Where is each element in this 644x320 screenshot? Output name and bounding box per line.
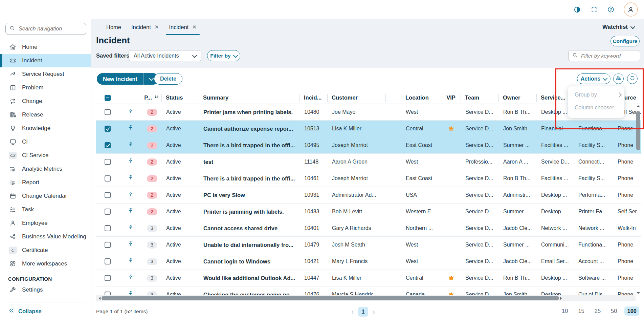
column-header-vip[interactable]: VIP [441,94,461,102]
cell-summary[interactable]: Unable to dial internationally fro... [199,242,300,248]
close-icon[interactable]: ✕ [155,24,159,30]
cell-summary[interactable]: Would like additional Outlook Ad... [199,275,300,281]
pin-icon[interactable] [127,158,134,166]
collapse-button[interactable]: Collapse [0,302,91,320]
pin-icon[interactable] [127,174,134,183]
scroll-left-arrow[interactable] [97,297,101,300]
cell-summary[interactable]: test [199,159,300,165]
column-header-location[interactable]: Location [401,94,441,102]
pin-icon[interactable] [127,208,134,216]
avatar[interactable] [624,2,638,17]
row-checkbox[interactable] [105,175,111,182]
pin-icon[interactable] [127,125,134,133]
cell-summary[interactable]: Printer is jamming with labels. [199,209,300,215]
table-row-incident-10480[interactable]: 2ActivePrinter jams when printing labels… [96,104,641,121]
keyword-filter-input[interactable] [580,52,637,59]
sidebar-item-task[interactable]: Task [0,203,91,216]
pin-icon[interactable] [127,224,134,232]
sort-icon[interactable] [154,94,159,101]
sidebar-item-change[interactable]: Change [0,94,91,108]
sidebar-item-employee[interactable]: Employee [0,216,91,230]
page-size-50[interactable]: 50 [608,306,620,316]
column-header-team[interactable]: Team [461,94,499,102]
help-icon[interactable] [607,5,615,14]
close-icon[interactable]: ✕ [192,24,197,30]
sidebar-item-incident[interactable]: Incident [0,54,91,67]
menu-item-column-chooser[interactable]: Column chooser [568,101,624,114]
tab-home-0[interactable]: Home [101,19,126,35]
pin-icon[interactable] [127,274,134,282]
sidebar-item-analytic-metrics[interactable]: Analytic Metrics [0,162,91,176]
column-header-incid[interactable]: Incid... [300,94,328,102]
vertical-scrollbar[interactable] [636,104,641,295]
row-checkbox[interactable] [105,209,111,215]
horizontal-scrollbar[interactable] [96,295,636,301]
row-checkbox[interactable] [105,126,111,132]
previous-page-button[interactable]: ‹ [351,307,354,317]
cell-summary[interactable]: Cannot authorize expense repor... [199,126,300,132]
cell-summary[interactable]: Cannot access shared drive [199,225,300,232]
watchlist-dropdown[interactable]: Watchlist [602,24,635,30]
column-header-owner[interactable]: Owner [499,94,537,102]
pin-icon[interactable] [127,191,134,199]
keyword-filter[interactable] [568,50,640,61]
sidebar-item-business-value-modeling[interactable]: Business Value Modeling [0,230,91,243]
sidebar-item-knowledge[interactable]: Knowledge [0,122,91,135]
page-size-100[interactable]: 100 [624,306,639,316]
row-checkbox[interactable] [105,159,111,165]
sidebar-item-home[interactable]: Home [0,40,91,54]
table-row-incident-10931[interactable]: 2ActivePC is very Slow10931Administrator… [96,187,641,204]
row-checkbox[interactable] [105,275,111,281]
sidebar-item-problem[interactable]: Problem [0,81,91,94]
scroll-down-arrow[interactable] [637,292,640,294]
sidebar-item-service-request[interactable]: Service Request [0,67,91,81]
sidebar-item-settings[interactable]: Settings [0,283,91,297]
column-header-status[interactable]: Status [162,94,199,102]
reset-button[interactable] [627,73,638,84]
cell-summary[interactable]: Cannot login to Windows [199,258,300,265]
tab-incident-1[interactable]: Incident✕ [126,19,164,35]
table-row-incident-10421[interactable]: 3ActiveCannot login to Windows10421Mary … [96,253,641,270]
table-row-incident-10461[interactable]: 2ActiveThere is a bird trapped in the of… [96,170,641,187]
contrast-icon[interactable] [573,5,581,14]
sidebar-item-ci-service[interactable]: CSCI Service [0,149,91,162]
table-row-incident-11148[interactable]: 2Activetest11148Aaron A GreenWestProfess… [96,154,641,170]
row-checkbox[interactable] [105,225,111,231]
page-size-25[interactable]: 25 [592,306,603,316]
vertical-scroll-thumb[interactable] [636,111,640,150]
sidebar-item-ci[interactable]: CI [0,135,91,149]
select-all-checkbox[interactable] [105,95,111,101]
current-page-button[interactable]: 1 [358,307,368,317]
column-settings-button[interactable] [613,73,624,84]
table-row-incident-10495[interactable]: 2ActiveThere is a bird trapped in the of… [96,137,641,154]
horizontal-scroll-thumb[interactable] [102,296,559,300]
actions-button[interactable]: Actions [577,73,610,84]
cell-summary[interactable]: There is a bird trapped in the offi... [199,142,300,149]
pin-icon[interactable] [127,108,134,116]
sidebar-search-input[interactable] [18,25,83,32]
table-row-incident-10483[interactable]: 2ActivePrinter is jamming with labels.10… [96,204,641,220]
sidebar-item-certificate[interactable]: CCertificate [0,243,91,257]
cell-summary[interactable]: Printer jams when printing labels. [199,109,300,115]
table-row-incident-10401[interactable]: 3ActiveCannot access shared drive10401Ga… [96,220,641,237]
sidebar-item-change-calendar[interactable]: Change Calendar [0,189,91,203]
column-header-summary[interactable]: Summary [199,94,300,102]
pin-icon[interactable] [127,241,134,249]
cell-summary[interactable]: PC is very Slow [199,192,300,198]
row-checkbox[interactable] [105,192,111,198]
column-header-customer[interactable]: Customer [328,94,386,102]
saved-filter-select[interactable]: All Active Incidents [129,50,201,61]
sidebar-item-more-workspaces[interactable]: More workspaces [0,257,91,271]
configure-button[interactable]: Configure [610,36,640,46]
row-checkbox[interactable] [105,258,111,264]
tab-incident-2[interactable]: Incident✕ [164,19,201,35]
scroll-right-arrow[interactable] [560,297,563,300]
menu-item-group-by[interactable]: Group by [568,88,624,101]
row-checkbox[interactable] [105,109,111,115]
page-size-15[interactable]: 15 [575,306,587,316]
column-header-p[interactable]: P... [142,94,162,102]
new-incident-button[interactable]: New Incident [97,73,159,85]
table-row-incident-10513[interactable]: 2ActiveCannot authorize expense repor...… [96,121,641,137]
sidebar-item-report[interactable]: Report [0,176,91,189]
delete-button[interactable]: Delete [154,73,182,85]
